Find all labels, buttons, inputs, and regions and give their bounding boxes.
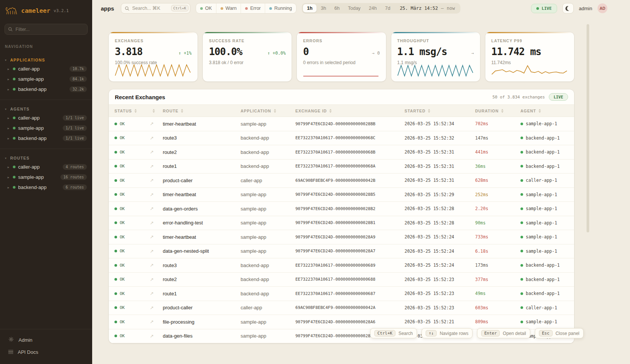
sidebar-footer-api-docs[interactable]: API Docs <box>0 346 92 358</box>
open-exchange-icon[interactable]: ↗ <box>150 333 163 339</box>
time-range-3h[interactable]: 3h <box>317 4 330 12</box>
time-range-24h[interactable]: 24h <box>365 4 381 12</box>
table-row[interactable]: OK ↗ data-gen-nested-split sample-app 90… <box>109 244 574 259</box>
status-filter-warn[interactable]: Warn <box>216 3 241 13</box>
date-range-display[interactable]: 25. März 14:52—now <box>394 6 459 11</box>
table-row[interactable]: OK ↗ route3 backend-app EE7322370A10617-… <box>109 258 574 273</box>
open-exchange-icon[interactable]: ↗ <box>150 164 163 169</box>
open-exchange-icon[interactable]: ↗ <box>150 135 163 141</box>
started-cell: 2026-03-25 15:52:32 <box>405 135 475 141</box>
metric-card-latency-p99: LATENCY P99 11.742 ms 11.742ms <box>485 32 574 81</box>
agent-cell: sample-app-1 <box>520 192 574 197</box>
status-cell: OK <box>114 305 150 310</box>
status-filter-label: Warn <box>225 6 236 11</box>
agent-cell: sample-app-1 <box>520 220 574 226</box>
status-cell: OK <box>114 150 150 155</box>
table-row[interactable]: OK ↗ product-caller caller-app 69AC90BF8… <box>109 174 574 188</box>
status-cell: OK <box>114 206 150 211</box>
status-cell: OK <box>114 333 150 338</box>
table-row[interactable]: OK ↗ error-handling-test sample-app 9079… <box>109 216 574 230</box>
open-exchange-icon[interactable]: ↗ <box>150 206 163 211</box>
chevron-right-icon: ▸ <box>8 186 13 189</box>
table-row[interactable]: OK ↗ timer-heartbeat sample-app 90799F47… <box>109 188 574 202</box>
metric-value: 3.818 <box>115 46 142 57</box>
sidebar-filter-input[interactable] <box>5 24 88 35</box>
column-header-application[interactable]: APPLICATION <box>241 109 295 113</box>
agent-dot-icon <box>520 278 523 281</box>
time-range-today[interactable]: Today <box>344 4 364 12</box>
nav-section-header[interactable]: ▾ APPLICATIONS <box>0 56 92 64</box>
nav-section-header[interactable]: ▾ ROUTES <box>0 154 92 162</box>
sidebar-footer-label: Admin <box>19 337 32 343</box>
time-range-7d[interactable]: 7d <box>381 4 394 12</box>
status-filter-running[interactable]: Running <box>265 3 296 13</box>
started-cell: 2026-03-25 15:52:31 <box>405 164 475 169</box>
vertical-scrollbar[interactable] <box>587 24 589 232</box>
sidebar-footer-label: API Docs <box>18 349 38 355</box>
sidebar-item-caller-app[interactable]: ▸ caller-app 10.7k <box>0 64 92 74</box>
column-header-started[interactable]: STARTED <box>405 109 475 113</box>
nav-item-badge: 4 routes <box>63 164 87 170</box>
agent-dot-icon <box>520 193 523 196</box>
nav-section-header[interactable]: ▾ AGENTS <box>0 105 92 113</box>
sidebar-item-backend-app[interactable]: ▸ backend-app 6 routes <box>0 182 92 192</box>
started-cell: 2026-03-25 15:52:31 <box>405 178 475 183</box>
open-exchange-icon[interactable]: ↗ <box>150 192 163 197</box>
table-row[interactable]: OK ↗ route2 backend-app EE7322370A10617-… <box>109 145 574 160</box>
metric-value: 1.1 msg/s <box>397 46 447 57</box>
column-header-expand[interactable] <box>150 109 163 113</box>
sidebar-item-sample-app[interactable]: ▸ sample-app 84.1k <box>0 74 92 84</box>
open-exchange-icon[interactable]: ↗ <box>150 234 163 240</box>
global-search: Ctrl+K <box>121 3 190 14</box>
time-range-group: 1h3h6hToday24h7d25. März 14:52—now <box>302 3 461 14</box>
table-row[interactable]: OK ↗ data-gen-orders sample-app 90799F47… <box>109 202 574 216</box>
open-exchange-icon[interactable]: ↗ <box>150 305 163 310</box>
open-exchange-icon[interactable]: ↗ <box>150 149 163 155</box>
sidebar-item-sample-app[interactable]: ▸ sample-app 16 routes <box>0 172 92 182</box>
nav-item-label: caller-app <box>18 164 40 170</box>
live-toggle[interactable]: LIVE <box>531 4 557 13</box>
sidebar-item-backend-app[interactable]: ▸ backend-app 1/1 live <box>0 133 92 143</box>
status-dot-icon <box>114 278 117 281</box>
table-row[interactable]: OK ↗ route2 backend-app EE7322370A10617-… <box>109 273 574 287</box>
table-row[interactable]: OK ↗ route3 backend-app EE7322370A10617-… <box>109 131 574 146</box>
open-exchange-icon[interactable]: ↗ <box>150 249 163 254</box>
table-row[interactable]: OK ↗ file-processing sample-app 90799F47… <box>109 315 574 329</box>
open-exchange-icon[interactable]: ↗ <box>150 277 163 282</box>
sidebar-item-backend-app[interactable]: ▸ backend-app 32.2k <box>0 84 92 94</box>
sidebar-item-caller-app[interactable]: ▸ caller-app 4 routes <box>0 162 92 172</box>
open-exchange-icon[interactable]: ↗ <box>150 319 163 324</box>
open-exchange-icon[interactable]: ↗ <box>150 121 163 126</box>
status-filter-ok[interactable]: OK <box>196 3 216 13</box>
sidebar-item-sample-app[interactable]: ▸ sample-app 1/1 live <box>0 123 92 133</box>
status-dot-icon <box>114 137 117 139</box>
table-row[interactable]: OK ↗ timer-heartbeat sample-app 90799F47… <box>109 230 574 244</box>
gear-icon <box>8 336 14 343</box>
open-exchange-icon[interactable]: ↗ <box>150 263 163 268</box>
open-exchange-icon[interactable]: ↗ <box>150 178 163 183</box>
open-exchange-icon[interactable]: ↗ <box>150 291 163 296</box>
column-header-status[interactable]: STATUS <box>114 109 150 113</box>
route-cell: route2 <box>163 276 241 282</box>
application-cell: sample-app <box>241 248 295 254</box>
column-header-route[interactable]: ROUTE <box>163 109 241 113</box>
column-header-agent[interactable]: AGENT <box>520 109 574 113</box>
status-dot-icon <box>13 117 15 119</box>
column-header-duration[interactable]: DURATION <box>475 109 520 113</box>
open-exchange-icon[interactable]: ↗ <box>150 220 163 226</box>
time-range-6h[interactable]: 6h <box>330 4 344 12</box>
duration-cell: 702ms <box>475 121 520 126</box>
column-header-exchange-id[interactable]: EXCHANGE ID <box>295 109 405 113</box>
keyboard-hints-bar: Ctrl+K Search ↑↓ Navigate rows Enter Ope… <box>370 328 584 338</box>
table-row[interactable]: OK ↗ route1 backend-app EE7322370A10617-… <box>109 287 574 301</box>
time-range-1h[interactable]: 1h <box>303 4 317 12</box>
sidebar-footer-admin[interactable]: Admin <box>0 334 92 346</box>
status-filter-error[interactable]: Error <box>241 3 265 13</box>
avatar[interactable]: AD <box>598 3 607 13</box>
keyboard-hint: Esc Close panel <box>535 328 584 338</box>
table-row[interactable]: OK ↗ product-caller caller-app 69AC90BF8… <box>109 301 574 315</box>
sidebar-item-caller-app[interactable]: ▸ caller-app 1/1 live <box>0 113 92 123</box>
theme-toggle-button[interactable] <box>562 3 574 14</box>
table-row[interactable]: OK ↗ timer-heartbeat sample-app 90799F47… <box>109 117 574 131</box>
table-row[interactable]: OK ↗ route1 backend-app EE7322370A10617-… <box>109 160 574 174</box>
